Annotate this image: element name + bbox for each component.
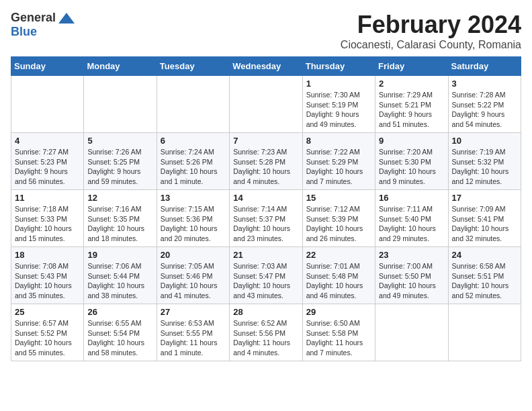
column-header-tuesday: Tuesday xyxy=(157,57,229,76)
day-number: 15 xyxy=(306,193,371,203)
day-info: Sunrise: 7:01 AM Sunset: 5:48 PM Dayligh… xyxy=(306,261,371,301)
calendar-cell: 29Sunrise: 6:50 AM Sunset: 5:58 PM Dayli… xyxy=(302,304,375,361)
column-header-monday: Monday xyxy=(84,57,157,76)
logo: General Blue xyxy=(11,11,76,39)
day-info: Sunrise: 7:03 AM Sunset: 5:47 PM Dayligh… xyxy=(233,261,298,301)
day-info: Sunrise: 6:58 AM Sunset: 5:51 PM Dayligh… xyxy=(452,261,517,301)
calendar-cell: 4Sunrise: 7:27 AM Sunset: 5:23 PM Daylig… xyxy=(11,133,84,190)
day-info: Sunrise: 7:06 AM Sunset: 5:44 PM Dayligh… xyxy=(87,261,152,301)
header: General Blue February 2024 Ciocanesti, C… xyxy=(11,11,521,51)
calendar-cell xyxy=(448,304,521,361)
day-info: Sunrise: 7:18 AM Sunset: 5:33 PM Dayligh… xyxy=(15,204,80,244)
calendar-cell xyxy=(230,76,302,133)
day-info: Sunrise: 6:52 AM Sunset: 5:56 PM Dayligh… xyxy=(233,318,298,358)
day-info: Sunrise: 7:19 AM Sunset: 5:32 PM Dayligh… xyxy=(452,147,517,187)
calendar-cell: 15Sunrise: 7:12 AM Sunset: 5:39 PM Dayli… xyxy=(302,190,375,247)
day-info: Sunrise: 7:29 AM Sunset: 5:21 PM Dayligh… xyxy=(379,90,444,130)
day-info: Sunrise: 7:14 AM Sunset: 5:37 PM Dayligh… xyxy=(233,204,298,244)
day-number: 21 xyxy=(233,250,298,260)
calendar-cell xyxy=(84,76,157,133)
day-info: Sunrise: 6:55 AM Sunset: 5:54 PM Dayligh… xyxy=(87,318,152,358)
calendar-cell: 2Sunrise: 7:29 AM Sunset: 5:21 PM Daylig… xyxy=(375,76,448,133)
day-number: 20 xyxy=(161,250,226,260)
day-info: Sunrise: 6:50 AM Sunset: 5:58 PM Dayligh… xyxy=(306,318,371,358)
calendar-cell: 3Sunrise: 7:28 AM Sunset: 5:22 PM Daylig… xyxy=(448,76,521,133)
day-number: 25 xyxy=(15,307,80,317)
calendar-cell: 25Sunrise: 6:57 AM Sunset: 5:52 PM Dayli… xyxy=(11,304,84,361)
calendar-cell: 21Sunrise: 7:03 AM Sunset: 5:47 PM Dayli… xyxy=(230,247,302,304)
day-info: Sunrise: 6:53 AM Sunset: 5:55 PM Dayligh… xyxy=(161,318,226,358)
calendar-title: February 2024 xyxy=(341,11,521,39)
day-number: 13 xyxy=(161,193,226,203)
column-header-thursday: Thursday xyxy=(302,57,375,76)
logo-icon xyxy=(57,11,76,25)
day-number: 16 xyxy=(379,193,444,203)
day-number: 27 xyxy=(161,307,226,317)
day-number: 24 xyxy=(452,250,517,260)
calendar-cell: 20Sunrise: 7:05 AM Sunset: 5:46 PM Dayli… xyxy=(157,247,229,304)
day-number: 1 xyxy=(306,79,371,89)
day-number: 22 xyxy=(306,250,371,260)
day-info: Sunrise: 7:00 AM Sunset: 5:50 PM Dayligh… xyxy=(379,261,444,301)
calendar-cell: 27Sunrise: 6:53 AM Sunset: 5:55 PM Dayli… xyxy=(157,304,229,361)
calendar-week-row: 18Sunrise: 7:08 AM Sunset: 5:43 PM Dayli… xyxy=(11,247,521,304)
calendar-cell xyxy=(157,76,229,133)
calendar-cell: 14Sunrise: 7:14 AM Sunset: 5:37 PM Dayli… xyxy=(230,190,302,247)
calendar-cell: 7Sunrise: 7:23 AM Sunset: 5:28 PM Daylig… xyxy=(230,133,302,190)
day-number: 2 xyxy=(379,79,444,89)
calendar-cell: 26Sunrise: 6:55 AM Sunset: 5:54 PM Dayli… xyxy=(84,304,157,361)
day-info: Sunrise: 7:28 AM Sunset: 5:22 PM Dayligh… xyxy=(452,90,517,130)
day-number: 29 xyxy=(306,307,371,317)
column-header-sunday: Sunday xyxy=(11,57,84,76)
day-info: Sunrise: 7:15 AM Sunset: 5:36 PM Dayligh… xyxy=(161,204,226,244)
day-number: 23 xyxy=(379,250,444,260)
calendar-cell: 11Sunrise: 7:18 AM Sunset: 5:33 PM Dayli… xyxy=(11,190,84,247)
day-number: 6 xyxy=(161,136,226,146)
day-number: 17 xyxy=(452,193,517,203)
calendar-subtitle: Ciocanesti, Calarasi County, Romania xyxy=(341,39,521,51)
day-info: Sunrise: 7:11 AM Sunset: 5:40 PM Dayligh… xyxy=(379,204,444,244)
day-number: 9 xyxy=(379,136,444,146)
calendar-cell: 10Sunrise: 7:19 AM Sunset: 5:32 PM Dayli… xyxy=(448,133,521,190)
day-number: 10 xyxy=(452,136,517,146)
day-number: 7 xyxy=(233,136,298,146)
day-number: 26 xyxy=(87,307,152,317)
calendar-table: SundayMondayTuesdayWednesdayThursdayFrid… xyxy=(11,56,521,361)
calendar-week-row: 11Sunrise: 7:18 AM Sunset: 5:33 PM Dayli… xyxy=(11,190,521,247)
calendar-cell: 23Sunrise: 7:00 AM Sunset: 5:50 PM Dayli… xyxy=(375,247,448,304)
day-number: 18 xyxy=(15,250,80,260)
column-header-saturday: Saturday xyxy=(448,57,521,76)
logo-general-text: General xyxy=(11,11,56,25)
day-info: Sunrise: 7:08 AM Sunset: 5:43 PM Dayligh… xyxy=(15,261,80,301)
calendar-cell: 8Sunrise: 7:22 AM Sunset: 5:29 PM Daylig… xyxy=(302,133,375,190)
logo-blue-text: Blue xyxy=(11,25,37,39)
calendar-cell: 19Sunrise: 7:06 AM Sunset: 5:44 PM Dayli… xyxy=(84,247,157,304)
day-info: Sunrise: 7:26 AM Sunset: 5:25 PM Dayligh… xyxy=(87,147,152,187)
svg-marker-0 xyxy=(58,13,75,24)
day-number: 28 xyxy=(233,307,298,317)
day-info: Sunrise: 7:05 AM Sunset: 5:46 PM Dayligh… xyxy=(161,261,226,301)
column-header-wednesday: Wednesday xyxy=(230,57,302,76)
day-number: 5 xyxy=(87,136,152,146)
day-info: Sunrise: 7:23 AM Sunset: 5:28 PM Dayligh… xyxy=(233,147,298,187)
day-number: 3 xyxy=(452,79,517,89)
calendar-cell: 16Sunrise: 7:11 AM Sunset: 5:40 PM Dayli… xyxy=(375,190,448,247)
calendar-week-row: 25Sunrise: 6:57 AM Sunset: 5:52 PM Dayli… xyxy=(11,304,521,361)
day-number: 19 xyxy=(87,250,152,260)
day-info: Sunrise: 7:20 AM Sunset: 5:30 PM Dayligh… xyxy=(379,147,444,187)
day-number: 14 xyxy=(233,193,298,203)
day-info: Sunrise: 7:30 AM Sunset: 5:19 PM Dayligh… xyxy=(306,90,371,130)
calendar-cell: 24Sunrise: 6:58 AM Sunset: 5:51 PM Dayli… xyxy=(448,247,521,304)
calendar-cell: 5Sunrise: 7:26 AM Sunset: 5:25 PM Daylig… xyxy=(84,133,157,190)
day-info: Sunrise: 7:24 AM Sunset: 5:26 PM Dayligh… xyxy=(161,147,226,187)
day-info: Sunrise: 7:09 AM Sunset: 5:41 PM Dayligh… xyxy=(452,204,517,244)
calendar-cell: 1Sunrise: 7:30 AM Sunset: 5:19 PM Daylig… xyxy=(302,76,375,133)
calendar-cell xyxy=(375,304,448,361)
calendar-cell: 13Sunrise: 7:15 AM Sunset: 5:36 PM Dayli… xyxy=(157,190,229,247)
calendar-cell: 22Sunrise: 7:01 AM Sunset: 5:48 PM Dayli… xyxy=(302,247,375,304)
calendar-week-row: 1Sunrise: 7:30 AM Sunset: 5:19 PM Daylig… xyxy=(11,76,521,133)
calendar-header-row: SundayMondayTuesdayWednesdayThursdayFrid… xyxy=(11,57,521,76)
day-info: Sunrise: 7:16 AM Sunset: 5:35 PM Dayligh… xyxy=(87,204,152,244)
day-number: 4 xyxy=(15,136,80,146)
day-info: Sunrise: 7:12 AM Sunset: 5:39 PM Dayligh… xyxy=(306,204,371,244)
